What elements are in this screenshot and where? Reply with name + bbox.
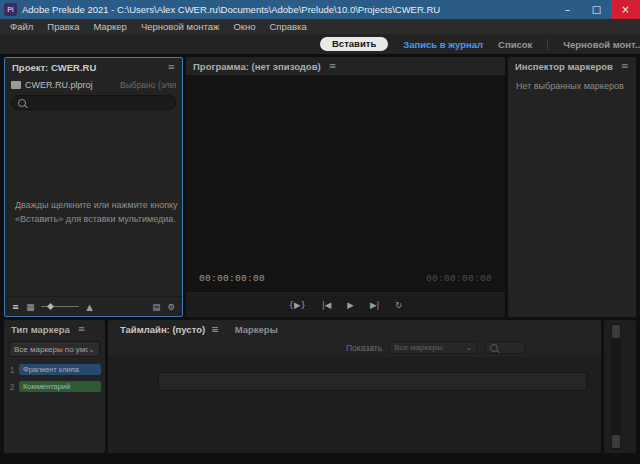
workspace-tab-logging[interactable]: Запись в журнал [403, 39, 483, 50]
list-view-icon[interactable]: ≡ [12, 302, 19, 312]
maximize-button[interactable]: □ [582, 0, 611, 19]
zoom-slider[interactable] [41, 301, 79, 312]
tab-markers[interactable]: Маркеры [229, 320, 284, 338]
marker-set-dropdown-value: Все маркеры по умолча... [14, 345, 88, 354]
project-panel: Проект: CWER.RU ≡ CWER.RU.plproj Выбрано… [4, 57, 183, 317]
marker-filter-dropdown[interactable]: Все маркеры ⌄ [389, 341, 477, 354]
panel-menu-icon[interactable]: ≡ [211, 324, 219, 334]
panel-menu-icon[interactable]: ≡ [329, 61, 337, 71]
tab-timeline-label: Таймлайн: (пусто) [120, 324, 205, 335]
zoom-in-icon[interactable]: ▲ [86, 302, 93, 312]
timeline-tab-bar: Таймлайн: (пусто) ≡ Маркеры [108, 320, 601, 338]
menu-item-help[interactable]: Справка [263, 21, 314, 32]
project-item-row[interactable]: CWER.RU.plproj Выбрано (элемент [5, 76, 182, 93]
close-button[interactable]: × [611, 0, 640, 19]
program-panel-title: Программа: (нет эпизодов) [193, 61, 321, 72]
menu-item-marker[interactable]: Маркер [86, 21, 133, 32]
marker-type-panel: Тип маркера ≡ Все маркеры по умолча... ⌄… [4, 320, 105, 453]
vertical-scrollbar[interactable] [611, 323, 621, 450]
marker-type-label: Комментарий [23, 382, 70, 391]
inspector-empty-message: Нет выбранных маркеров [508, 75, 636, 97]
inspector-panel-header: Инспектор маркеров ≡ [508, 57, 636, 75]
marker-filter-value: Все маркеры [394, 343, 443, 352]
menu-item-rough-cut[interactable]: Черновой монтаж [134, 21, 227, 32]
project-search-input[interactable] [11, 95, 176, 110]
project-search-row [5, 93, 182, 112]
panel-menu-icon[interactable]: ≡ [621, 61, 629, 71]
window-title: Adobe Prelude 2021 - C:\Users\Alex CWER.… [22, 4, 548, 15]
workspace-cluster: Вставить Запись в журнал Список Черновой… [320, 34, 640, 54]
toolbar-divider [547, 39, 548, 50]
marker-inspector-panel: Инспектор маркеров ≡ Нет выбранных марке… [508, 57, 636, 317]
timeline-search-input[interactable] [484, 341, 526, 354]
menu-item-window[interactable]: Окно [226, 21, 262, 32]
menu-bar: Файл Правка Маркер Черновой монтаж Окно … [0, 19, 640, 34]
workspace-tab-list[interactable]: Список [498, 39, 532, 50]
panel-menu-icon[interactable]: ≡ [78, 324, 86, 334]
play-in-to-out-button[interactable]: {▶} [289, 300, 306, 310]
chevron-down-icon: ⌄ [88, 345, 95, 354]
timeline-scroll-strip [604, 320, 636, 453]
menu-item-file[interactable]: Файл [3, 21, 40, 32]
app-icon: Pl [4, 3, 17, 16]
titlebar: Pl Adobe Prelude 2021 - C:\Users\Alex CW… [0, 0, 640, 19]
step-back-button[interactable]: |◀ [322, 300, 331, 310]
project-footer-toolbar: ≡ ▦ ▲ ▤ ⚙ [5, 296, 182, 316]
menu-item-edit[interactable]: Правка [40, 21, 86, 32]
window-controls: – □ × [553, 0, 640, 19]
project-empty-line-2: «Вставить» для вставки мультимедиа. [15, 212, 178, 226]
scrollbar-thumb-bottom[interactable] [612, 435, 620, 448]
step-forward-button[interactable]: ▶| [370, 300, 379, 310]
project-panel-title: Проект: CWER.RU [12, 62, 96, 73]
chevron-down-icon: ⌄ [465, 343, 472, 352]
inspector-panel-title: Инспектор маркеров [515, 61, 613, 72]
timeline-empty-strip [158, 372, 587, 391]
play-button[interactable]: ▶ [347, 300, 354, 310]
project-selected-count: Выбрано (элемент [120, 80, 176, 90]
marker-type-row: 1 Фрагмент клипа [4, 362, 105, 377]
project-empty-message: Дважды щелкните или нажмите кнопку «Вста… [15, 198, 178, 227]
thumbnail-view-icon[interactable]: ▦ [26, 302, 34, 312]
program-monitor: 00:00:00:00 00:00:00:00 {▶} |◀ ▶ ▶| ↻ [186, 75, 505, 317]
search-icon [18, 99, 26, 107]
marker-type-button-subclip[interactable]: Фрагмент клипа [19, 364, 101, 375]
project-empty-line-1: Дважды щелкните или нажмите кнопку [15, 198, 178, 212]
current-timecode: 00:00:00:00 [199, 273, 265, 284]
settings-icon[interactable]: ⚙ [167, 302, 175, 312]
timeline-track-area[interactable] [108, 357, 601, 453]
program-panel: Программа: (нет эпизодов) ≡ 00:00:00:00 … [186, 57, 505, 317]
transport-controls: {▶} |◀ ▶ ▶| ↻ [186, 291, 505, 317]
project-panel-header: Проект: CWER.RU ≡ [5, 58, 182, 76]
timeline-panel: Таймлайн: (пусто) ≡ Маркеры Показать Все… [108, 320, 601, 453]
marker-hotkey: 2 [8, 382, 16, 392]
workspace-toolbar: Вставить Запись в журнал Список Черновой… [0, 34, 640, 55]
scrollbar-thumb-top[interactable] [612, 325, 620, 338]
duration-timecode: 00:00:00:00 [426, 273, 492, 284]
show-label: Показать [346, 343, 382, 353]
panel-menu-icon[interactable]: ≡ [167, 62, 175, 72]
tab-timeline[interactable]: Таймлайн: (пусто) ≡ [114, 320, 225, 338]
search-icon [490, 344, 498, 352]
timeline-filter-toolbar: Показать Все маркеры ⌄ [108, 338, 601, 357]
minimize-button[interactable]: – [553, 0, 582, 19]
marker-type-panel-title: Тип маркера [11, 324, 70, 335]
marker-type-button-comment[interactable]: Комментарий [19, 381, 101, 392]
zoom-slider-handle[interactable] [47, 303, 54, 310]
marker-set-dropdown[interactable]: Все маркеры по умолча... ⌄ [9, 341, 100, 357]
marker-type-panel-header: Тип маркера ≡ [4, 320, 105, 338]
marker-hotkey: 1 [8, 365, 16, 375]
marker-type-row: 2 Комментарий [4, 379, 105, 394]
loop-button[interactable]: ↻ [395, 300, 402, 310]
ingest-button[interactable]: Вставить [320, 37, 388, 51]
workspace-tab-rough-cut[interactable]: Черновой монт... ⌄ [563, 39, 640, 50]
project-file-name: CWER.RU.plproj [25, 80, 93, 90]
program-panel-header: Программа: (нет эпизодов) ≡ [186, 57, 505, 75]
marker-type-label: Фрагмент клипа [23, 365, 79, 374]
workspace-tab-rough-cut-label: Черновой монт... [563, 39, 640, 50]
project-file-icon [11, 81, 21, 89]
filmstrip-icon[interactable]: ▤ [152, 302, 160, 312]
